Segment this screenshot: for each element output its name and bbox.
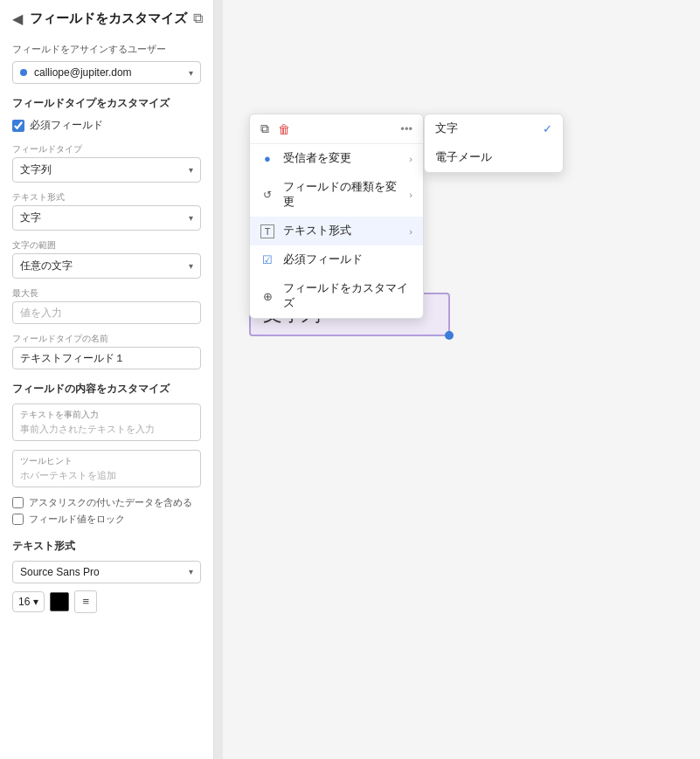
text-format-icon: T [260,224,274,238]
field-type-name-input[interactable] [12,347,201,369]
content-customize-label: フィールドの内容をカスタマイズ [12,382,201,397]
chevron-down-icon: ▾ [189,213,193,223]
font-color-picker[interactable] [50,592,69,611]
tooltip-inner-label: ツールヒント [20,455,193,467]
pre-text-group[interactable]: テキストを事前入力 事前入力されたテキストを入力 [12,404,201,441]
required-field-checkbox-row: 必須フィールド [12,118,201,133]
asterisk-label: アスタリスクの付いたデータを含める [29,496,192,509]
receiver-icon: ● [260,152,274,166]
customize-field-type-label: フィールドタイプをカスタマイズ [12,96,201,111]
chevron-down-icon: ▾ [33,596,38,608]
context-copy-icon[interactable]: ⧉ [260,121,269,136]
context-delete-icon[interactable]: 🗑 [278,122,290,136]
tooltip-group[interactable]: ツールヒント ホバーテキストを追加 [12,450,201,487]
back-button[interactable]: ◀ [12,10,23,27]
page-title: フィールドをカスタマイズ [30,10,187,27]
submenu-text-label: 文字 [435,121,458,136]
chevron-right-icon: › [409,226,412,237]
user-dropdown[interactable]: calliope@jupiter.dom ▾ [12,61,201,84]
max-length-inner-label: 最大長 [12,287,201,300]
required-field-checkbox[interactable] [12,120,24,132]
context-menu-item-text-format[interactable]: T テキスト形式 › [250,217,423,245]
selected-checkmark-icon: ✓ [543,122,552,135]
assign-user-label: フィールドをアサインするユーザー [12,43,201,56]
chevron-down-icon: ▾ [189,165,193,175]
lock-field-checkbox-row: フィールド値をロック [12,513,201,526]
char-range-dropdown[interactable]: 任意の文字 ▾ [12,253,201,279]
max-length-input[interactable] [12,301,201,324]
field-type-value: 文字列 [20,162,189,177]
field-type-name-group: フィールドタイプの名前 [12,333,201,369]
chevron-down-icon: ▾ [189,567,193,576]
context-menu-item-change-receiver[interactable]: ● 受信者を変更 › [250,144,423,173]
change-field-type-label: フィールドの種類を変更 [283,180,400,210]
panel-divider [214,0,223,759]
required-field-menu-label: 必須フィールド [283,252,412,267]
change-type-icon: ↺ [260,188,274,202]
font-controls-row: 16 ▾ ≡ [12,590,201,613]
chevron-right-icon: › [409,190,412,200]
field-type-dropdown[interactable]: 文字列 ▾ [12,157,201,183]
context-menu-item-required-field[interactable]: ☑ 必須フィールド [250,245,423,274]
align-icon: ≡ [83,595,90,608]
resize-handle[interactable] [445,331,454,340]
asterisk-checkbox-row: アスタリスクの付いたデータを含める [12,496,201,509]
char-range-group: 文字の範囲 任意の文字 ▾ [12,239,201,279]
font-size-select[interactable]: 16 ▾ [12,591,45,612]
context-menu: ⧉ 🗑 ••• ● 受信者を変更 › ↺ フィールドの種類を変更 › T テキス… [249,114,424,319]
required-field-label: 必須フィールド [30,118,103,133]
customize-field-icon: ⊕ [260,289,274,303]
submenu-item-email[interactable]: 電子メール [425,143,563,172]
chevron-right-icon: › [409,154,412,164]
submenu-item-text[interactable]: 文字 ✓ [425,114,563,143]
change-receiver-label: 受信者を変更 [283,151,400,166]
lock-field-label: フィールド値をロック [29,513,125,526]
char-range-value: 任意の文字 [20,259,189,273]
chevron-down-icon: ▾ [189,261,193,271]
text-format-submenu: 文字 ✓ 電子メール [424,114,564,173]
font-size-value: 16 [18,596,30,608]
user-indicator [20,69,27,76]
back-header: ◀ フィールドをカスタマイズ [12,10,201,27]
pre-text-value: 事前入力されたテキストを入力 [20,423,193,436]
context-more-icon[interactable]: ••• [400,122,412,135]
max-length-group: 最大長 [12,287,201,324]
text-format-group: テキスト形式 文字 ▾ [12,191,201,231]
text-align-button[interactable]: ≡ [74,590,97,613]
text-format-label: テキスト形式 [283,224,400,238]
char-range-inner-label: 文字の範囲 [12,239,201,252]
required-field-icon: ☑ [260,253,274,267]
field-type-name-inner-label: フィールドタイプの名前 [12,333,201,345]
font-select-dropdown[interactable]: Source Sans Pro ▾ [12,561,201,583]
context-menu-item-change-field-type[interactable]: ↺ フィールドの種類を変更 › [250,173,423,217]
pre-text-inner-label: テキストを事前入力 [20,409,193,421]
field-type-inner-label: フィールドタイプ [12,143,201,155]
field-type-group: フィールドタイプ 文字列 ▾ [12,143,201,183]
text-format-value: 文字 [20,210,189,225]
tooltip-value: ホバーテキストを追加 [20,469,193,482]
asterisk-checkbox[interactable] [12,497,24,508]
lock-field-checkbox[interactable] [12,514,24,525]
customize-field-menu-label: フィールドをカスタマイズ [283,281,412,311]
text-format-inner-label: テキスト形式 [12,191,201,204]
text-format-dropdown[interactable]: 文字 ▾ [12,205,201,231]
context-menu-top-bar: ⧉ 🗑 ••• [250,114,423,144]
user-email: calliope@jupiter.dom [34,66,189,79]
submenu-email-label: 電子メール [435,150,492,165]
chevron-down-icon: ▾ [189,68,193,78]
context-menu-item-customize-field[interactable]: ⊕ フィールドをカスタマイズ [250,274,423,318]
copy-icon[interactable]: ⧉ [193,10,203,26]
canvas-area: ⧉ 🗑 ••• ● 受信者を変更 › ↺ フィールドの種類を変更 › T テキス… [223,0,700,759]
text-style-label: テキスト形式 [12,539,201,554]
font-name: Source Sans Pro [20,566,189,578]
left-panel: ◀ フィールドをカスタマイズ ⧉ フィールドをアサインするユーザー callio… [0,0,214,759]
